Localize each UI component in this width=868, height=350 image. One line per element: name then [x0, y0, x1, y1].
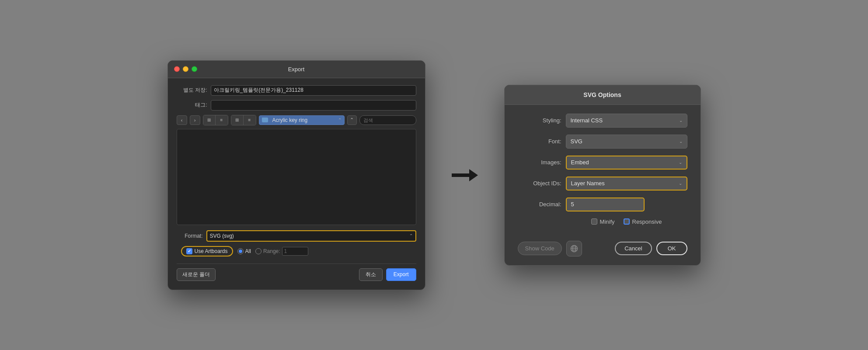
- collapse-button[interactable]: ⌃: [347, 115, 357, 125]
- svg-titlebar: SVG Options: [505, 85, 701, 105]
- tag-label: 태그:: [177, 101, 207, 109]
- images-chevron-icon: ⌄: [679, 160, 682, 165]
- traffic-lights: [174, 66, 197, 72]
- artboard-row: ✓ Use Artboards All Range:: [177, 246, 416, 256]
- decimal-label: Decimal:: [518, 201, 561, 208]
- maximize-button[interactable]: [192, 66, 197, 72]
- artboard-label: Use Artboards: [195, 248, 228, 254]
- images-label: Images:: [518, 159, 561, 166]
- decimal-row: Decimal:: [518, 198, 687, 211]
- images-row: Images: Embed ⌄: [518, 156, 687, 170]
- show-code-button[interactable]: Show Code: [518, 242, 562, 255]
- right-actions: 취소 Export: [359, 268, 416, 281]
- main-container: Export 별도 저장: 태그: ‹ › ⊞ ≡: [0, 0, 868, 350]
- save-input[interactable]: [211, 85, 416, 96]
- all-radio[interactable]: [237, 248, 244, 254]
- styling-row: Styling: Internal CSS ⌄: [518, 114, 687, 128]
- artboard-checkbox[interactable]: ✓: [186, 248, 192, 254]
- right-bottom: Cancel OK: [615, 242, 687, 255]
- object-ids-label: Object IDs:: [518, 180, 561, 187]
- file-area: [177, 129, 416, 225]
- svg-options-dialog: SVG Options Styling: Internal CSS ⌄ Font…: [504, 85, 701, 266]
- globe-button[interactable]: [566, 241, 582, 256]
- view-toggle2: ⊞ ≡: [231, 115, 256, 125]
- folder-selector[interactable]: Acrylic key ring ⌃: [259, 115, 345, 125]
- minify-label: Minify: [600, 218, 615, 225]
- svg-title: SVG Options: [583, 91, 621, 98]
- format-row: Format: SVG (svg) ⌃: [177, 230, 416, 242]
- export-body: 별도 저장: 태그: ‹ › ⊞ ≡ ⊞ ≡: [168, 78, 425, 290]
- decimal-input[interactable]: [566, 198, 645, 211]
- font-value: SVG: [571, 138, 582, 145]
- font-select[interactable]: SVG ⌄: [566, 135, 687, 149]
- styling-select[interactable]: Internal CSS ⌄: [566, 114, 687, 128]
- range-group: Range:: [255, 247, 308, 256]
- tag-input[interactable]: [211, 100, 416, 111]
- close-button[interactable]: [174, 66, 180, 72]
- nav-forward-button[interactable]: ›: [190, 115, 200, 125]
- format-chevron-icon: ⌃: [409, 233, 413, 238]
- minify-checkbox[interactable]: [591, 218, 597, 225]
- minimize-button[interactable]: [183, 66, 188, 72]
- font-chevron-icon: ⌄: [679, 139, 683, 144]
- cancel-svg-button[interactable]: Cancel: [615, 242, 652, 255]
- icon-view-button[interactable]: ⊞: [231, 115, 244, 125]
- font-row: Font: SVG ⌄: [518, 135, 687, 149]
- images-select[interactable]: Embed ⌄: [566, 156, 687, 170]
- new-folder-button[interactable]: 새로운 폴더: [177, 268, 216, 281]
- arrow-shaft: [452, 173, 469, 177]
- all-radio-group: All: [237, 248, 251, 254]
- images-value: Embed: [571, 159, 589, 166]
- range-input[interactable]: [282, 247, 308, 256]
- font-label: Font:: [518, 138, 561, 145]
- format-select[interactable]: SVG (svg) ⌃: [206, 230, 416, 242]
- responsive-item: Responsive: [624, 218, 662, 225]
- range-label: Range:: [263, 248, 280, 254]
- styling-value: Internal CSS: [571, 117, 603, 124]
- folder-chevron-icon: ⌃: [338, 118, 342, 122]
- export-titlebar: Export: [168, 61, 425, 78]
- toolbar-row: ‹ › ⊞ ≡ ⊞ ≡ Acrylic key ring ⌃ ⌃: [177, 115, 416, 125]
- object-ids-value: Layer Names: [571, 180, 605, 187]
- export-button[interactable]: Export: [386, 268, 416, 281]
- export-dialog: Export 별도 저장: 태그: ‹ › ⊞ ≡: [167, 60, 425, 290]
- folder-name: Acrylic key ring: [272, 117, 308, 123]
- save-row: 별도 저장:: [177, 85, 416, 96]
- arrow-head: [469, 169, 478, 181]
- folder-icon: [262, 118, 268, 122]
- tag-row: 태그:: [177, 100, 416, 111]
- nav-back-button[interactable]: ‹: [177, 115, 187, 125]
- ok-button[interactable]: OK: [656, 242, 687, 255]
- bottom-actions: 새로운 폴더 취소 Export: [177, 263, 416, 283]
- left-bottom: Show Code: [518, 241, 582, 256]
- all-radio-label: All: [245, 248, 251, 254]
- list-view-button[interactable]: ≡: [216, 115, 228, 125]
- search-input[interactable]: [359, 115, 416, 125]
- styling-label: Styling:: [518, 117, 561, 124]
- options-checkbox-row: Minify Responsive: [518, 218, 687, 225]
- object-ids-row: Object IDs: Layer Names ⌄: [518, 177, 687, 191]
- grid-view-button[interactable]: ⊞: [203, 115, 216, 125]
- globe-icon: [570, 245, 578, 253]
- svg-bottom-actions: Show Code Cancel OK: [505, 241, 701, 256]
- responsive-checkbox[interactable]: [624, 218, 630, 225]
- arrow-container: [452, 170, 478, 180]
- cancel-export-button[interactable]: 취소: [359, 268, 383, 281]
- format-value: SVG (svg): [210, 233, 234, 239]
- export-title: Export: [288, 66, 305, 73]
- view-toggle: ⊞ ≡: [203, 115, 228, 125]
- save-label: 별도 저장:: [177, 87, 207, 94]
- range-radio[interactable]: [255, 248, 261, 254]
- arrow: [452, 170, 478, 180]
- styling-chevron-icon: ⌄: [679, 118, 683, 123]
- responsive-label: Responsive: [632, 218, 662, 225]
- svg-body: Styling: Internal CSS ⌄ Font: SVG ⌄ Imag…: [505, 105, 701, 241]
- detail-view-button[interactable]: ≡: [244, 115, 256, 125]
- minify-item: Minify: [591, 218, 615, 225]
- format-label: Format:: [177, 233, 203, 239]
- object-ids-chevron-icon: ⌄: [679, 181, 682, 186]
- artboard-checkbox-group: ✓ Use Artboards: [181, 246, 233, 256]
- object-ids-select[interactable]: Layer Names ⌄: [566, 177, 687, 191]
